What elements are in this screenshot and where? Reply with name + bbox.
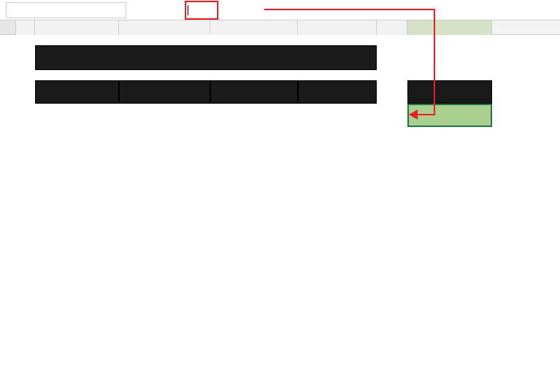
enter-icon[interactable] [160, 2, 177, 18]
callout-arrow [434, 9, 435, 115]
editing-cell-g5[interactable] [407, 104, 492, 127]
formula-bar [0, 0, 560, 20]
callout-arrow-head [409, 109, 418, 120]
col-header-a[interactable] [16, 20, 35, 35]
select-all-corner[interactable] [0, 20, 16, 35]
callout-arrow [416, 114, 435, 115]
formula-callout-box [185, 1, 218, 20]
header-quantity [210, 80, 298, 104]
col-header-b[interactable] [35, 20, 119, 35]
header-order-date [35, 80, 119, 104]
header-unit-price [298, 80, 377, 104]
column-headers [0, 20, 560, 35]
col-header-g[interactable] [407, 20, 492, 35]
col-header-c[interactable] [119, 20, 210, 35]
col-header-f[interactable] [377, 20, 407, 35]
col-header-e[interactable] [298, 20, 377, 35]
name-box[interactable] [6, 2, 126, 18]
header-product [119, 80, 210, 104]
text-cursor [188, 5, 188, 15]
side-header-product [407, 80, 492, 104]
table-title [35, 45, 377, 70]
cancel-icon[interactable] [139, 2, 157, 18]
col-header-d[interactable] [210, 20, 298, 35]
callout-arrow [264, 9, 434, 10]
